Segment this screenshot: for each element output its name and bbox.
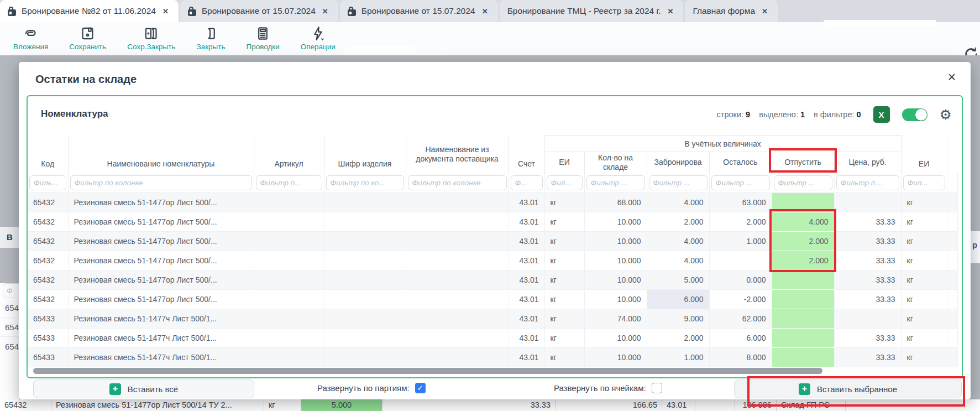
table-cell[interactable]: 65433 — [28, 348, 68, 367]
column-header-unit[interactable]: ЕИ — [544, 152, 584, 173]
attachments-button[interactable]: Вложения — [10, 24, 51, 53]
scrollbar-thumb[interactable] — [33, 368, 822, 374]
column-header-unit2[interactable]: ЕИ — [901, 136, 947, 173]
table-cell[interactable]: кг — [901, 290, 947, 309]
table-cell[interactable] — [406, 309, 509, 329]
table-cell[interactable]: Резиновая смесь 51-1477ч Лист 500/1... — [68, 348, 254, 367]
table-cell[interactable]: Резиновая смесь 51-1477ор Лист 500/... — [68, 232, 254, 251]
table-cell[interactable] — [324, 193, 406, 212]
table-cell[interactable]: 65432 — [28, 251, 68, 270]
table-cell[interactable]: Резиновая смесь 51-1477ор Лист 500/... — [68, 290, 254, 309]
close-icon[interactable]: ✕ — [481, 6, 489, 17]
table-cell[interactable]: 4.000 — [772, 212, 834, 232]
table-cell[interactable] — [254, 212, 324, 232]
table-cell[interactable]: 33.33 — [834, 270, 901, 290]
table-cell[interactable] — [254, 329, 324, 348]
table-cell[interactable]: кг — [901, 270, 947, 290]
table-cell[interactable]: 65432 — [28, 193, 68, 212]
table-cell[interactable]: 33.33 — [834, 232, 901, 251]
save-close-button[interactable]: Сохр.Закрыть — [124, 24, 179, 53]
table-cell[interactable]: 62.000 — [709, 309, 772, 329]
expand-by-cells-checkbox[interactable] — [652, 383, 662, 393]
column-header-remaining[interactable]: Осталось — [709, 152, 772, 173]
filter-input-qty-stock[interactable] — [586, 175, 645, 190]
column-header-price[interactable]: Цена, руб. — [834, 152, 901, 173]
table-cell[interactable]: кг — [901, 329, 947, 348]
filter-input-remaining[interactable] — [711, 175, 770, 190]
table-cell[interactable]: 65432 — [28, 290, 68, 309]
filter-input-name[interactable] — [70, 175, 252, 190]
save-button[interactable]: Сохранить — [66, 24, 109, 53]
table-cell[interactable]: кг — [544, 290, 584, 309]
filter-input-article[interactable] — [256, 175, 322, 190]
expand-by-batches-checkbox[interactable]: ✓ — [415, 383, 426, 393]
table-row[interactable]: 65433Резиновая смесь 51-1477ч Лист 500/1… — [28, 329, 957, 348]
table-cell[interactable]: Резиновая смесь 51-1477ор Лист 500/... — [68, 193, 254, 212]
table-cell[interactable]: 0.000 — [709, 270, 772, 290]
table-cell[interactable]: 5.000 — [647, 270, 709, 290]
close-icon[interactable]: ✕ — [161, 6, 170, 17]
table-cell[interactable]: кг — [544, 348, 584, 367]
table-cell[interactable]: 43.01 — [509, 290, 544, 309]
table-cell[interactable]: 10.000 — [584, 232, 647, 251]
filter-input-account[interactable] — [511, 175, 543, 190]
table-cell[interactable]: 74.000 — [584, 309, 647, 329]
table-cell[interactable]: 43.01 — [509, 309, 544, 329]
postings-button[interactable]: Проводки — [243, 24, 282, 53]
table-cell[interactable]: 68.000 — [584, 193, 647, 212]
table-cell[interactable]: 65432 — [28, 212, 68, 232]
table-row[interactable]: 65433Резиновая смесь 51-1477ч Лист 500/1… — [28, 309, 957, 329]
table-cell[interactable]: 10.000 — [584, 329, 647, 348]
table-cell[interactable]: 33.33 — [834, 329, 901, 348]
table-cell[interactable]: 10.000 — [584, 212, 647, 232]
column-header-name[interactable]: Наименование номенклатуры — [68, 136, 254, 173]
table-cell[interactable]: 4.000 — [647, 193, 709, 212]
table-cell[interactable]: 4.000 — [647, 232, 709, 251]
table-cell[interactable]: кг — [901, 212, 947, 232]
filter-input-code[interactable] — [29, 175, 66, 190]
table-cell[interactable]: 4.000 — [647, 251, 709, 270]
table-row[interactable]: 65433Резиновая смесь 51-1477ч Лист 500/1… — [28, 348, 957, 367]
table-cell[interactable]: 33.33 — [834, 212, 901, 232]
insert-selected-button[interactable]: + Вставить выбранное — [734, 379, 962, 398]
table-cell[interactable] — [772, 270, 834, 290]
table-cell[interactable] — [324, 290, 406, 309]
table-cell[interactable] — [406, 212, 509, 232]
table-cell[interactable] — [324, 251, 406, 270]
table-cell[interactable] — [947, 251, 957, 270]
filter-input-unit[interactable] — [547, 175, 583, 190]
gear-icon[interactable]: ⚙ — [940, 108, 952, 122]
table-cell[interactable] — [254, 232, 324, 251]
table-cell[interactable]: 33.33 — [834, 251, 901, 270]
filter-input-release[interactable] — [774, 175, 832, 190]
table-cell[interactable]: 8.000 — [709, 348, 772, 367]
table-cell[interactable]: 33.33 — [834, 348, 901, 367]
table-cell[interactable]: 43.01 — [509, 193, 544, 212]
column-header-supplier-doc-name[interactable]: Наименование из документа поставщика — [406, 136, 509, 173]
table-cell[interactable]: -2.000 — [709, 290, 772, 309]
close-icon[interactable]: ✕ — [321, 6, 329, 17]
table-cell[interactable] — [406, 251, 509, 270]
table-cell[interactable]: Резиновая смесь 51-1477ч Лист 500/1... — [68, 309, 254, 329]
table-cell[interactable]: 6.000 — [647, 290, 709, 309]
table-cell[interactable]: кг — [544, 251, 584, 270]
table-cell[interactable]: 43.01 — [509, 329, 544, 348]
table-cell[interactable] — [947, 193, 957, 212]
table-cell[interactable] — [772, 309, 834, 329]
table-cell[interactable]: 10.000 — [584, 251, 647, 270]
table-cell[interactable] — [254, 348, 324, 367]
operations-button[interactable]: Операции — [297, 24, 339, 53]
column-header-reserved[interactable]: Забронирова — [647, 152, 709, 173]
table-cell[interactable]: Резиновая смесь 51-1477ор Лист 500/... — [68, 270, 254, 290]
table-cell[interactable] — [709, 251, 772, 270]
table-cell[interactable] — [254, 309, 324, 329]
insert-all-button[interactable]: + Вставить всё — [33, 379, 254, 398]
table-cell[interactable]: кг — [544, 270, 584, 290]
close-button[interactable]: Закрыть — [193, 24, 228, 53]
table-cell[interactable] — [947, 309, 957, 329]
table-row[interactable]: 65432Резиновая смесь 51-1477ор Лист 500/… — [28, 270, 957, 290]
table-cell[interactable] — [254, 270, 324, 290]
table-cell[interactable]: Резиновая смесь 51-1477ч Лист 500/1... — [68, 329, 254, 348]
table-cell[interactable] — [834, 309, 901, 329]
table-cell[interactable] — [947, 348, 957, 367]
